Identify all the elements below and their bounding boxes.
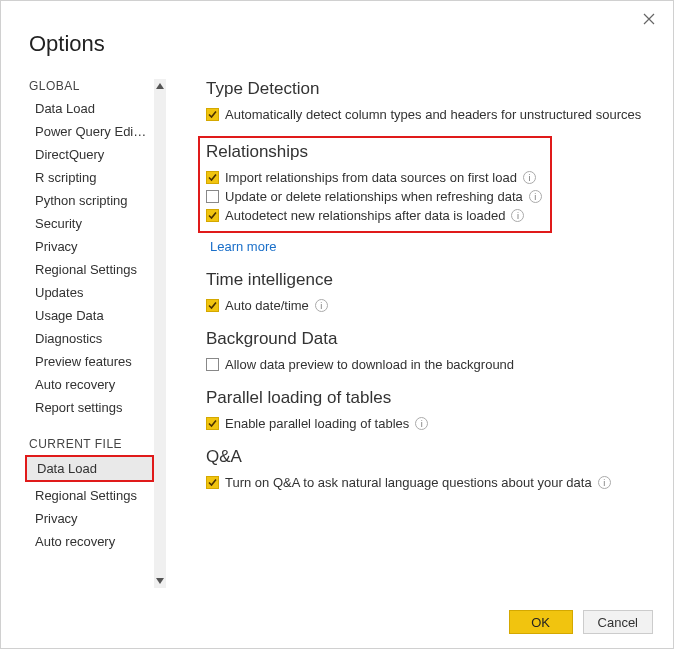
info-icon[interactable]: i (523, 171, 536, 184)
dialog-body: GLOBAL Data Load Power Query Editor Dire… (23, 79, 651, 588)
label-type-detection: Automatically detect column types and he… (225, 107, 641, 122)
sidebar-item-report-settings[interactable]: Report settings (23, 396, 154, 419)
ok-button[interactable]: OK (509, 610, 573, 634)
sidebar-item-privacy-global[interactable]: Privacy (23, 235, 154, 258)
sidebar-item-directquery[interactable]: DirectQuery (23, 143, 154, 166)
info-icon[interactable]: i (529, 190, 542, 203)
label-auto-date-time: Auto date/time (225, 298, 309, 313)
sidebar-item-power-query-editor[interactable]: Power Query Editor (23, 120, 154, 143)
sidebar-item-python-scripting[interactable]: Python scripting (23, 189, 154, 212)
sidebar-item-security[interactable]: Security (23, 212, 154, 235)
option-rel-autodetect[interactable]: Autodetect new relationships after data … (206, 206, 542, 225)
sidebar-section-current-file: CURRENT FILE (29, 437, 154, 451)
option-rel-import[interactable]: Import relationships from data sources o… (206, 168, 542, 187)
dialog-footer: OK Cancel (509, 610, 653, 634)
sidebar-item-preview-features[interactable]: Preview features (23, 350, 154, 373)
checkbox-rel-update[interactable] (206, 190, 219, 203)
label-qa: Turn on Q&A to ask natural language ques… (225, 475, 592, 490)
dialog-title: Options (29, 31, 105, 57)
label-parallel-loading: Enable parallel loading of tables (225, 416, 409, 431)
label-rel-autodetect: Autodetect new relationships after data … (225, 208, 505, 223)
sidebar-item-updates[interactable]: Updates (23, 281, 154, 304)
option-rel-update[interactable]: Update or delete relationships when refr… (206, 187, 542, 206)
sidebar: GLOBAL Data Load Power Query Editor Dire… (23, 79, 166, 588)
heading-parallel-loading: Parallel loading of tables (206, 388, 651, 408)
sidebar-item-data-load-current[interactable]: Data Load (27, 457, 152, 480)
option-parallel-loading[interactable]: Enable parallel loading of tables i (206, 414, 651, 433)
info-icon[interactable]: i (511, 209, 524, 222)
option-type-detection-auto[interactable]: Automatically detect column types and he… (206, 105, 651, 124)
close-icon[interactable] (641, 11, 659, 29)
label-rel-import: Import relationships from data sources o… (225, 170, 517, 185)
sidebar-item-regional-settings-global[interactable]: Regional Settings (23, 258, 154, 281)
sidebar-item-usage-data[interactable]: Usage Data (23, 304, 154, 327)
sidebar-item-r-scripting[interactable]: R scripting (23, 166, 154, 189)
option-qa[interactable]: Turn on Q&A to ask natural language ques… (206, 473, 651, 492)
heading-qa: Q&A (206, 447, 651, 467)
learn-more-link[interactable]: Learn more (210, 239, 276, 254)
option-background-preview[interactable]: Allow data preview to download in the ba… (206, 355, 651, 374)
checkbox-parallel-loading[interactable] (206, 417, 219, 430)
label-background-preview: Allow data preview to download in the ba… (225, 357, 514, 372)
sidebar-section-global: GLOBAL (29, 79, 154, 93)
content-panel: Type Detection Automatically detect colu… (166, 79, 651, 588)
checkbox-background-preview[interactable] (206, 358, 219, 371)
cancel-button[interactable]: Cancel (583, 610, 653, 634)
highlight-current-data-load: Data Load (25, 455, 154, 482)
scroll-down-icon[interactable] (154, 574, 166, 588)
option-auto-date-time[interactable]: Auto date/time i (206, 296, 651, 315)
heading-relationships: Relationships (206, 142, 542, 162)
info-icon[interactable]: i (598, 476, 611, 489)
sidebar-item-privacy-current[interactable]: Privacy (23, 507, 154, 530)
sidebar-item-auto-recovery-global[interactable]: Auto recovery (23, 373, 154, 396)
checkbox-type-detection[interactable] (206, 108, 219, 121)
checkbox-rel-import[interactable] (206, 171, 219, 184)
heading-type-detection: Type Detection (206, 79, 651, 99)
heading-time-intelligence: Time intelligence (206, 270, 651, 290)
heading-background-data: Background Data (206, 329, 651, 349)
options-dialog: Options GLOBAL Data Load Power Query Edi… (0, 0, 674, 649)
checkbox-auto-date-time[interactable] (206, 299, 219, 312)
sidebar-item-regional-settings-current[interactable]: Regional Settings (23, 484, 154, 507)
sidebar-item-data-load-global[interactable]: Data Load (23, 97, 154, 120)
checkbox-rel-autodetect[interactable] (206, 209, 219, 222)
info-icon[interactable]: i (315, 299, 328, 312)
info-icon[interactable]: i (415, 417, 428, 430)
sidebar-scrollbar[interactable] (154, 79, 166, 588)
checkbox-qa[interactable] (206, 476, 219, 489)
label-rel-update: Update or delete relationships when refr… (225, 189, 523, 204)
sidebar-item-auto-recovery-current[interactable]: Auto recovery (23, 530, 154, 553)
sidebar-item-diagnostics[interactable]: Diagnostics (23, 327, 154, 350)
scroll-up-icon[interactable] (154, 79, 166, 93)
